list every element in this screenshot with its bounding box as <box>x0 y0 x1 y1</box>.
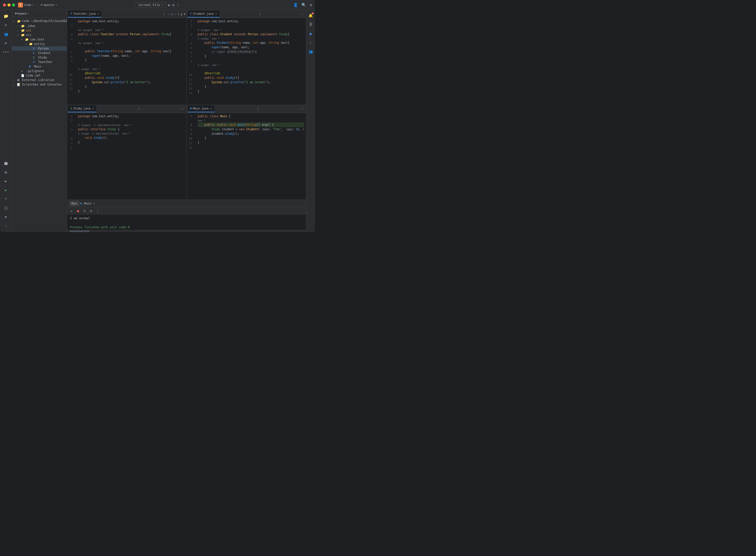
filter-icon[interactable]: ⊡ <box>82 208 87 213</box>
run-button-icon[interactable]: ▶ <box>2 186 10 194</box>
tab-student[interactable]: C Student.java ✕ <box>188 10 219 18</box>
sidebar-item-out[interactable]: › 📁 out <box>12 28 67 33</box>
tab-close-icon[interactable]: ✕ <box>98 12 99 15</box>
line-numbers: 2 3 4 5 6 7 10 11 <box>67 18 76 105</box>
editor-content-main[interactable]: 6 7 8 9 10 11 12 public class Main { new… <box>187 113 306 200</box>
code-body-main: public class Main { new * public static … <box>196 113 306 200</box>
run-panel-icon[interactable]: ▶ <box>2 177 10 185</box>
code-lines: 1 2 3 4 5 6 package com.test.entity; <box>67 113 186 200</box>
sidebar-item-Student[interactable]: C Student <box>12 51 67 55</box>
left-icon-bar-bottom: 🤖 ▤ ▶ ▶ T ⬛ ⚑ ⑂ <box>2 159 10 230</box>
git-icon[interactable]: ⑂ <box>2 222 10 230</box>
current-file-selector[interactable]: Current File ▾ <box>135 2 166 8</box>
more-tools-icon[interactable]: ••• <box>2 48 10 56</box>
notifications-icon[interactable]: 🔔 1 <box>307 12 314 19</box>
sidebar-item-Study[interactable]: I Study <box>12 55 67 60</box>
class-icon: C <box>33 51 37 55</box>
sidebar-item-gitignore[interactable]: ⊘ .gitignore <box>12 69 67 73</box>
folder-icon: 📁 <box>21 24 25 28</box>
java-class-tab-icon: C <box>70 12 72 15</box>
maximize-button[interactable] <box>12 3 15 6</box>
sidebar-header-arrow: ▾ <box>28 12 29 15</box>
database-icon[interactable]: 🗄 <box>307 21 314 28</box>
profile-icon[interactable]: 👤 <box>293 3 298 7</box>
settings-gear-icon[interactable]: ⚙ <box>310 3 312 7</box>
collab-icon[interactable]: 👥 <box>307 48 314 55</box>
line-numbers: 1 2 3 4 5 6 <box>67 113 76 200</box>
editor-content-student[interactable]: 1 2 3 4 5 6 7 8 10 <box>187 18 306 105</box>
branch-selector[interactable]: ⎇ master ▾ <box>39 3 57 7</box>
folder-icon: 📁 <box>21 29 25 32</box>
team-icon[interactable]: 👥 <box>2 30 10 38</box>
restart-icon[interactable]: ↺ <box>69 208 74 213</box>
run-tab[interactable]: Run <box>69 201 79 206</box>
copilot-icon[interactable]: ✦ <box>307 39 314 46</box>
tab-bar-student: C Student.java ✕ ⋮ ✓ <box>187 10 306 18</box>
sidebar-item-ext-libs[interactable]: › 🏛 External Libraries <box>12 78 67 82</box>
sidebar-item-entity[interactable]: ▾ 📁 entity <box>12 42 67 46</box>
horizontal-scrollbar[interactable] <box>67 230 306 232</box>
chevron-down-icon: ▾ <box>13 20 17 23</box>
bookmark-icon[interactable]: ⚑ <box>2 213 10 221</box>
plugins-icon[interactable]: ⊞ <box>2 39 10 47</box>
interface-tab-icon: I <box>70 107 72 110</box>
sidebar-item-Teatcher[interactable]: C Teatcher <box>12 60 67 64</box>
sidebar-item-code-root[interactable]: ▾ 📁 Code ~/Desktop/CS/JavaSE基 <box>12 19 67 24</box>
chevron-right-icon: › <box>17 29 21 32</box>
tab-close-icon[interactable]: ✕ <box>210 107 212 110</box>
tab-main-label: Main.java <box>193 107 208 110</box>
stop-icon[interactable]: ■ <box>75 208 80 213</box>
config-icon[interactable]: ⚙ <box>89 208 94 213</box>
search-icon[interactable]: 🔍 <box>302 3 306 7</box>
format-icon[interactable]: T <box>2 195 10 203</box>
close-run-tab-icon[interactable]: ✕ <box>93 202 95 205</box>
tab-close-icon[interactable]: ✕ <box>92 107 94 110</box>
tab-main[interactable]: M Main.java ✕ <box>188 105 214 112</box>
vcs-icon[interactable]: ⊕ <box>2 21 10 29</box>
editor-pane-teatcher: C Teatcher.java ✕ ⋮ ⚠ 2 ✓ 1 ▲ ▼ <box>67 10 187 105</box>
tab-menu-icon[interactable]: ⋮ <box>254 107 261 111</box>
tab-teatcher[interactable]: C Teatcher.java ✕ <box>68 10 102 18</box>
settings-icon[interactable]: ⚙ <box>172 3 174 7</box>
folder-icon: 📁 <box>17 20 21 23</box>
scroll-down-icon[interactable]: ▼ <box>184 12 185 15</box>
tab-study[interactable]: I Study.java ✕ <box>68 105 96 112</box>
run-tab-content: ▶ Main ✕ <box>80 202 95 205</box>
scrollbar-thumb[interactable] <box>69 231 90 232</box>
more-options-icon[interactable]: ⋮ <box>95 208 100 213</box>
main-tab-label[interactable]: Main <box>84 202 91 205</box>
sidebar-item-com-test[interactable]: ▾ 📁 com.test <box>12 37 67 42</box>
branch-name: master <box>44 3 55 7</box>
tab-close-icon[interactable]: ✕ <box>215 12 217 15</box>
chevron-right-icon: › <box>13 79 17 81</box>
more-options-icon[interactable]: ⋮ <box>176 3 180 7</box>
sidebar-toggle-icon[interactable]: 📁 <box>2 12 10 20</box>
tab-menu-icon[interactable]: ⋮ <box>257 12 264 16</box>
ai-plugin-icon[interactable]: ● <box>307 30 314 37</box>
console-icon[interactable]: ⬛ <box>2 204 10 212</box>
scroll-up-icon[interactable]: ▲ <box>181 12 182 15</box>
sidebar-item-Main[interactable]: M Main <box>12 64 67 69</box>
close-button[interactable] <box>3 3 6 6</box>
run-icon[interactable]: ▶ <box>168 3 170 7</box>
sidebar-header[interactable]: Project ▾ <box>12 10 67 18</box>
iml-icon: 📄 <box>21 74 25 77</box>
sidebar-item-scratches[interactable]: › 📝 Scratches and Consoles <box>12 82 67 87</box>
sidebar-item-src[interactable]: ▾ 📁 src <box>12 33 67 37</box>
tab-menu-icon[interactable]: ⋮ <box>136 107 142 111</box>
tab-menu-icon[interactable]: ⋮ <box>161 12 167 16</box>
ai-assistant-icon[interactable]: 🤖 <box>2 159 10 167</box>
editor-content-study[interactable]: 1 2 3 4 5 6 package com.test.entity; <box>67 113 186 200</box>
sidebar-item-idea[interactable]: › 📁 .idea <box>12 24 67 28</box>
sidebar-item-Person[interactable]: C Person <box>12 46 67 51</box>
tab-bar-teatcher: C Teatcher.java ✕ ⋮ ⚠ 2 ✓ 1 ▲ ▼ <box>67 10 186 18</box>
chevron-down-icon: ▾ <box>25 43 29 45</box>
sidebar: Project ▾ ▾ 📁 Code ~/Desktop/CS/JavaSE基 … <box>12 10 67 232</box>
java-class-tab-icon: C <box>190 12 192 15</box>
sidebar-item-code-iml[interactable]: 📄 Code.iml <box>12 73 67 78</box>
project-selector[interactable]: Code ▾ <box>24 3 34 7</box>
sidebar-header-label: Project <box>15 12 27 15</box>
editor-content-teatcher[interactable]: 2 3 4 5 6 7 10 11 <box>67 18 186 105</box>
minimize-button[interactable] <box>7 3 10 6</box>
terminal-icon[interactable]: ▤ <box>2 168 10 176</box>
